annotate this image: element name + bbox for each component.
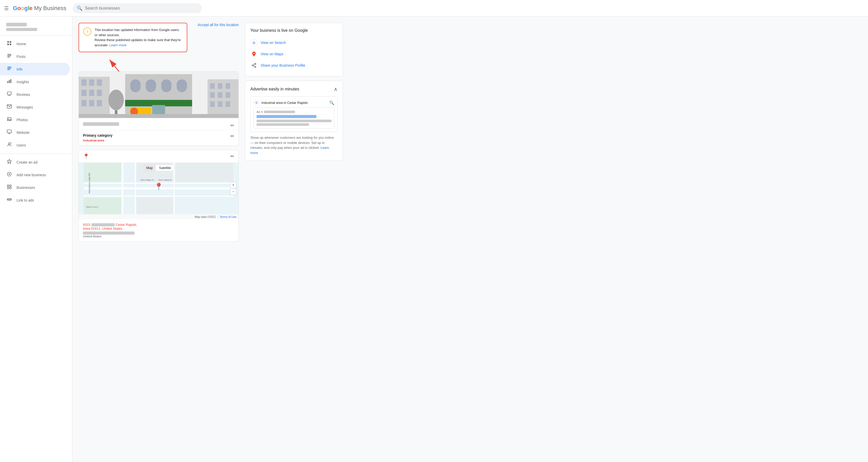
svg-rect-5 [7,55,11,56]
address-united-states: United States [83,235,234,238]
search-query-text: Industrial area in Cedar Rapids [261,101,327,105]
google-search-icon: G [250,39,257,46]
sidebar-item-add-business[interactable]: Add new business [0,168,70,181]
sidebar-item-insights[interactable]: Insights [0,75,70,88]
map-card-header: 📍 ✏ [79,150,239,162]
view-on-maps-link[interactable]: View on Maps [250,48,338,60]
location-pin-icon: 📍 [83,153,89,159]
live-on-google-section: Your business is live on Google G View o… [245,23,343,76]
sidebar-item-info[interactable]: Info [0,63,70,75]
primary-category-label: Primary category [83,133,113,137]
svg-rect-11 [9,80,9,83]
svg-rect-42 [82,90,87,96]
ad-headline-blurred [256,115,316,118]
sidebar-item-home[interactable]: Home [0,37,70,50]
sidebar-item-website[interactable]: Website [0,126,70,139]
svg-rect-7 [7,67,11,67]
map-card: 📍 ✏ [79,150,239,242]
map-toggle-map[interactable]: Map [143,165,156,171]
add-business-icon [6,172,12,178]
collapse-icon[interactable]: ∧ [334,86,338,92]
create-ad-icon [6,159,12,165]
sidebar-add-business-label: Add new business [17,173,46,177]
svg-rect-46 [89,100,94,106]
sidebar-item-create-ad[interactable]: Create an ad [0,156,70,168]
sidebar-item-messages[interactable]: Messages [0,101,70,114]
logo-area: Google My Business [13,5,66,12]
ad-preview: Ad [254,107,334,129]
svg-rect-43 [89,90,94,96]
sidebar-item-businesses[interactable]: Businesses [0,181,70,194]
reviews-icon [6,91,12,98]
link-ads-icon [6,197,12,203]
map-placeholder: Horseshoe Lake Rd Deer Ridge Dr Deer Val… [79,162,239,214]
map-zoom-controls: + − [230,182,237,195]
svg-rect-3 [10,44,11,45]
user-area [0,21,72,35]
search-input[interactable] [85,6,197,10]
business-name-edit-icon[interactable]: ✏ [230,123,234,128]
search-preview-bar: G Industrial area in Cedar Rapids 🔍 [254,100,334,105]
accept-all-link[interactable]: Accept all for this location [191,23,239,27]
svg-rect-30 [10,185,11,187]
posts-icon [6,53,12,60]
map-edit-icon[interactable]: ✏ [230,153,234,159]
sidebar-item-reviews[interactable]: Reviews [0,88,70,101]
map-toggle: Map Satellite [143,164,175,171]
svg-text:Horseshoe Lake Rd: Horseshoe Lake Rd [88,173,91,193]
svg-rect-0 [7,41,9,43]
business-info-card: ✏ Primary category Industrial area ✏ [79,71,239,146]
ad-desc-line1-blurred [256,120,332,122]
building-svg [79,71,239,118]
center-panel: i This location has updated information … [79,23,239,456]
sidebar-item-link-ads[interactable]: Link to ads [0,194,70,207]
share-icon [250,62,257,69]
map-zoom-out[interactable]: − [230,189,237,195]
maps-pin-icon [250,51,257,58]
sidebar-item-photos[interactable]: Photos [0,114,70,126]
app-header: ☰ Google My Business 🔍 [0,0,868,17]
svg-rect-31 [7,187,9,189]
view-on-search-link[interactable]: G View on Search [250,37,338,48]
svg-rect-69 [79,114,239,118]
sidebar-item-posts[interactable]: Posts [0,50,70,63]
svg-line-92 [253,64,255,65]
advertise-learn-more-link[interactable]: Learn more [250,146,329,155]
svg-rect-44 [97,90,102,96]
alert-learn-more-link[interactable]: Learn more [109,43,126,47]
google-logo: Google [13,5,33,12]
preview-google-icon: G [254,100,259,105]
app-title: My Business [34,5,66,12]
primary-category-row: Primary category Industrial area ✏ [79,130,239,146]
home-icon [6,40,12,47]
advertise-description: Show up whenever customers are looking f… [250,135,338,155]
share-profile-label: Share your Business Profile [261,63,305,67]
svg-rect-32 [10,187,11,189]
svg-line-36 [110,60,120,72]
ad-dot [261,111,263,113]
map-pin-icon: 📍 [154,182,163,191]
terms-link[interactable]: Terms of Use [220,215,237,218]
insights-icon [6,79,12,85]
svg-rect-61 [218,83,222,89]
share-profile-link[interactable]: Share your Business Profile [250,60,338,71]
svg-point-86 [253,53,255,54]
sidebar: Home Posts Info Insights Reviews [0,17,72,462]
svg-point-87 [253,56,255,57]
svg-rect-12 [10,79,11,83]
svg-point-22 [8,143,10,145]
svg-rect-10 [7,81,8,83]
svg-rect-50 [146,79,156,92]
sidebar-insights-label: Insights [17,80,29,84]
svg-rect-19 [7,130,11,133]
primary-category-edit-icon[interactable]: ✏ [230,133,234,139]
map-zoom-in[interactable]: + [230,182,237,188]
map-toggle-satellite[interactable]: Satellite [156,165,174,171]
svg-rect-63 [210,92,215,98]
sidebar-posts-label: Posts [17,55,26,59]
menu-icon[interactable]: ☰ [4,5,9,11]
sidebar-item-users[interactable]: Users [0,139,70,151]
svg-rect-6 [7,57,10,57]
address-number: 9315 [83,223,90,226]
svg-rect-52 [177,79,187,92]
